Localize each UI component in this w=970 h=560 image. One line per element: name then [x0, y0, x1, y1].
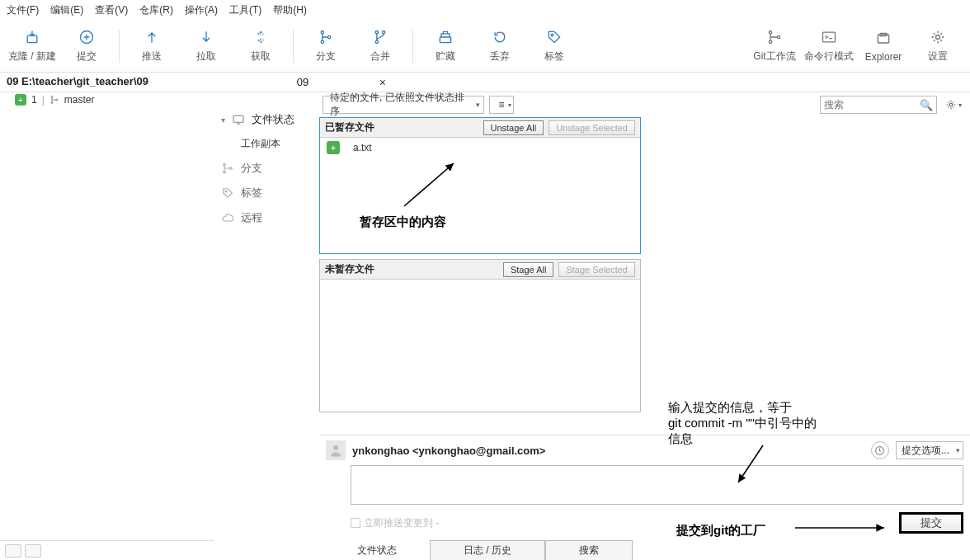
- stage-selected-button[interactable]: Stage Selected: [558, 262, 635, 277]
- cloud-icon: [221, 211, 234, 224]
- menu-help[interactable]: 帮助(H): [273, 3, 307, 17]
- fetch-button[interactable]: 获取: [233, 21, 288, 71]
- main-topbar: 待定的文件, 已依照文件状态排序 ≡ 🔍: [319, 92, 970, 117]
- commit-button[interactable]: 提交: [59, 21, 114, 71]
- commit-options-dropdown[interactable]: 提交选项...: [896, 441, 963, 459]
- sidebar-item-working-copy[interactable]: 工作副本: [218, 132, 316, 156]
- settings-icon: [929, 28, 947, 46]
- svg-point-9: [502, 33, 505, 35]
- discard-button[interactable]: 丢弃: [473, 21, 527, 71]
- commit-submit-button[interactable]: 提交: [899, 512, 963, 534]
- menu-tools[interactable]: 工具(T): [229, 3, 261, 17]
- svg-rect-21: [233, 115, 243, 122]
- search-input[interactable]: [824, 99, 920, 111]
- commit-area: ynkonghao <ynkonghao@gmail.com> 提交选项... …: [319, 435, 970, 560]
- unstaged-files-panel: 未暂存文件 Stage All Stage Selected: [319, 259, 641, 412]
- push-immediately-label: 立即推送变更到 -: [364, 516, 439, 530]
- main-toolbar: 克隆 / 新建 提交 推送 拉取 获取 分支 合并 贮藏 丢弃 标签 Git: [0, 20, 970, 73]
- svg-point-20: [56, 99, 58, 101]
- sidebar: ▾ 文件状态 工作副本 分支 标签 远程: [214, 92, 319, 560]
- terminal-button[interactable]: 命令行模式: [802, 21, 856, 71]
- unstaged-title: 未暂存文件: [325, 262, 498, 276]
- svg-point-10: [551, 34, 553, 36]
- menu-edit[interactable]: 编辑(E): [50, 3, 83, 17]
- commit-icon: [78, 28, 96, 46]
- svg-point-11: [769, 31, 771, 34]
- repo-tab[interactable]: 09 ×: [214, 73, 391, 92]
- menu-action[interactable]: 操作(A): [185, 3, 218, 17]
- clone-button[interactable]: 克隆 / 新建: [5, 21, 59, 71]
- svg-point-19: [51, 102, 53, 104]
- commit-message-input[interactable]: [351, 465, 963, 505]
- tab-file-status[interactable]: 文件状态: [351, 540, 430, 560]
- tab-search[interactable]: 搜索: [545, 540, 633, 560]
- main-content: 待定的文件, 已依照文件状态排序 ≡ 🔍 已暂存文件 Unstage All U…: [319, 92, 970, 560]
- gear-dropdown[interactable]: [942, 96, 965, 114]
- menubar: 文件(F) 编辑(E) 查看(V) 仓库(R) 操作(A) 工具(T) 帮助(H…: [0, 0, 970, 20]
- fetch-icon: [252, 28, 270, 46]
- menu-repo[interactable]: 仓库(R): [139, 3, 173, 17]
- unstage-all-button[interactable]: Unstage All: [483, 120, 544, 135]
- svg-point-17: [936, 35, 940, 40]
- push-immediately-checkbox[interactable]: [351, 518, 360, 528]
- merge-button[interactable]: 合并: [353, 21, 407, 71]
- svg-point-24: [230, 167, 233, 170]
- svg-rect-8: [440, 37, 450, 43]
- sidebar-item-tags[interactable]: 标签: [218, 181, 316, 205]
- merge-icon: [371, 28, 389, 46]
- svg-point-6: [375, 40, 378, 43]
- tag-icon: [545, 28, 563, 46]
- push-button[interactable]: 推送: [125, 21, 179, 71]
- staged-files-panel: 已暂存文件 Unstage All Unstage Selected + a.t…: [319, 117, 641, 254]
- svg-point-25: [225, 191, 227, 192]
- svg-point-4: [328, 35, 331, 38]
- gear-icon: [945, 99, 957, 111]
- svg-point-5: [375, 31, 378, 34]
- avatar: [326, 440, 346, 460]
- bottom-tabs: 文件状态 日志 / 历史 搜索: [326, 540, 963, 560]
- staged-file-row[interactable]: + a.txt: [320, 138, 640, 158]
- push-icon: [143, 28, 161, 46]
- stage-all-button[interactable]: Stage All: [503, 262, 553, 277]
- close-icon[interactable]: ×: [379, 76, 386, 89]
- history-button[interactable]: [871, 441, 889, 459]
- pull-button[interactable]: 拉取: [179, 21, 233, 71]
- settings-button[interactable]: 设置: [911, 21, 965, 71]
- svg-point-26: [949, 103, 953, 106]
- file-name: a.txt: [353, 142, 372, 153]
- svg-point-3: [321, 40, 323, 43]
- terminal-icon: [820, 28, 838, 46]
- tab-log-history[interactable]: 日志 / 历史: [430, 540, 545, 560]
- repo-path-label: 09 E:\teacher\git_teacher\09: [0, 73, 214, 92]
- sidebar-item-branches[interactable]: 分支: [218, 156, 316, 181]
- branch-icon-small: [221, 162, 234, 175]
- plus-icon: +: [15, 94, 26, 106]
- monitor-icon: [232, 113, 245, 126]
- menu-file[interactable]: 文件(F): [7, 3, 39, 17]
- explorer-button[interactable]: Explorer: [856, 21, 911, 71]
- view-mode-dropdown[interactable]: ≡: [489, 96, 514, 114]
- file-added-icon: +: [327, 141, 340, 154]
- tag-button[interactable]: 标签: [527, 21, 582, 71]
- svg-point-27: [333, 445, 338, 450]
- search-box[interactable]: 🔍: [820, 96, 937, 114]
- sidebar-item-remotes[interactable]: 远程: [218, 205, 316, 230]
- branch-button[interactable]: 分支: [299, 21, 353, 71]
- repo-tabbar: 09 E:\teacher\git_teacher\09 09 ×: [0, 73, 970, 92]
- repo-list-column: + 1 | master: [0, 92, 214, 560]
- sidebar-item-file-status[interactable]: ▾ 文件状态: [218, 107, 316, 132]
- gitflow-button[interactable]: Git工作流: [747, 21, 802, 71]
- clock-icon: [874, 445, 885, 456]
- svg-point-7: [383, 31, 385, 34]
- mini-button-2[interactable]: [25, 544, 41, 558]
- mini-button-1[interactable]: [5, 544, 21, 558]
- stash-button[interactable]: 贮藏: [418, 21, 473, 71]
- menu-view[interactable]: 查看(V): [95, 3, 128, 17]
- svg-point-22: [224, 163, 226, 166]
- branch-summary[interactable]: + 1 | master: [0, 92, 214, 106]
- filter-dropdown[interactable]: 待定的文件, 已依照文件状态排序: [323, 96, 484, 114]
- unstage-selected-button[interactable]: Unstage Selected: [549, 120, 635, 135]
- chevron-down-icon: ▾: [221, 115, 225, 125]
- pull-icon: [197, 28, 215, 46]
- branch-icon: [317, 28, 335, 46]
